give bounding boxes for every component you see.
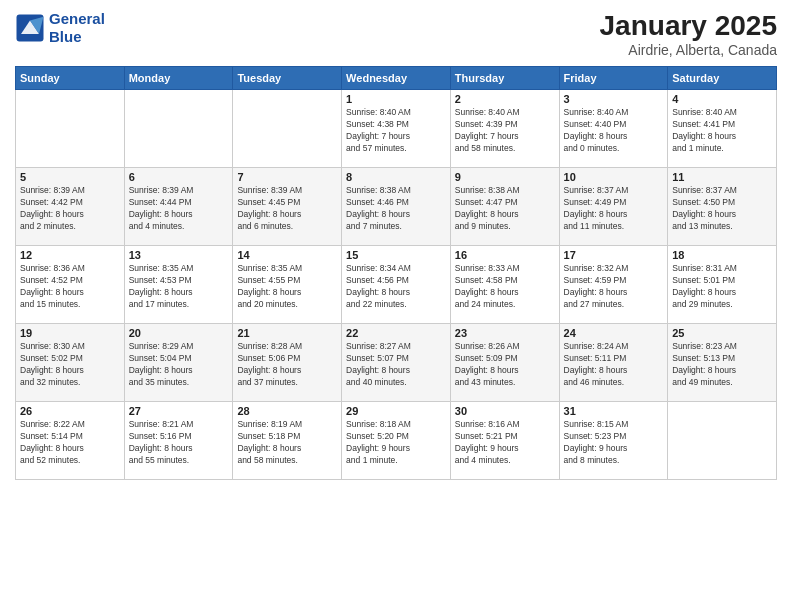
day-number: 9 bbox=[455, 171, 555, 183]
day-info: Sunrise: 8:39 AM Sunset: 4:42 PM Dayligh… bbox=[20, 185, 120, 233]
calendar-cell: 3Sunrise: 8:40 AM Sunset: 4:40 PM Daylig… bbox=[559, 90, 668, 168]
day-info: Sunrise: 8:30 AM Sunset: 5:02 PM Dayligh… bbox=[20, 341, 120, 389]
day-number: 2 bbox=[455, 93, 555, 105]
day-info: Sunrise: 8:27 AM Sunset: 5:07 PM Dayligh… bbox=[346, 341, 446, 389]
day-number: 14 bbox=[237, 249, 337, 261]
calendar-cell: 4Sunrise: 8:40 AM Sunset: 4:41 PM Daylig… bbox=[668, 90, 777, 168]
day-number: 6 bbox=[129, 171, 229, 183]
calendar-cell: 24Sunrise: 8:24 AM Sunset: 5:11 PM Dayli… bbox=[559, 324, 668, 402]
day-info: Sunrise: 8:39 AM Sunset: 4:44 PM Dayligh… bbox=[129, 185, 229, 233]
calendar-cell: 15Sunrise: 8:34 AM Sunset: 4:56 PM Dayli… bbox=[342, 246, 451, 324]
day-number: 30 bbox=[455, 405, 555, 417]
calendar-cell: 30Sunrise: 8:16 AM Sunset: 5:21 PM Dayli… bbox=[450, 402, 559, 480]
calendar-cell: 27Sunrise: 8:21 AM Sunset: 5:16 PM Dayli… bbox=[124, 402, 233, 480]
title-block: January 2025 Airdrie, Alberta, Canada bbox=[600, 10, 777, 58]
page-header: General Blue January 2025 Airdrie, Alber… bbox=[15, 10, 777, 58]
day-info: Sunrise: 8:39 AM Sunset: 4:45 PM Dayligh… bbox=[237, 185, 337, 233]
day-number: 15 bbox=[346, 249, 446, 261]
page-container: General Blue January 2025 Airdrie, Alber… bbox=[0, 0, 792, 490]
calendar-cell: 19Sunrise: 8:30 AM Sunset: 5:02 PM Dayli… bbox=[16, 324, 125, 402]
day-info: Sunrise: 8:38 AM Sunset: 4:47 PM Dayligh… bbox=[455, 185, 555, 233]
day-number: 11 bbox=[672, 171, 772, 183]
day-info: Sunrise: 8:32 AM Sunset: 4:59 PM Dayligh… bbox=[564, 263, 664, 311]
day-number: 23 bbox=[455, 327, 555, 339]
calendar-cell bbox=[124, 90, 233, 168]
calendar-cell: 11Sunrise: 8:37 AM Sunset: 4:50 PM Dayli… bbox=[668, 168, 777, 246]
calendar-week-2: 5Sunrise: 8:39 AM Sunset: 4:42 PM Daylig… bbox=[16, 168, 777, 246]
calendar-cell: 8Sunrise: 8:38 AM Sunset: 4:46 PM Daylig… bbox=[342, 168, 451, 246]
day-number: 20 bbox=[129, 327, 229, 339]
day-number: 24 bbox=[564, 327, 664, 339]
calendar-cell: 18Sunrise: 8:31 AM Sunset: 5:01 PM Dayli… bbox=[668, 246, 777, 324]
day-info: Sunrise: 8:36 AM Sunset: 4:52 PM Dayligh… bbox=[20, 263, 120, 311]
calendar-cell: 21Sunrise: 8:28 AM Sunset: 5:06 PM Dayli… bbox=[233, 324, 342, 402]
day-number: 31 bbox=[564, 405, 664, 417]
day-number: 28 bbox=[237, 405, 337, 417]
day-info: Sunrise: 8:34 AM Sunset: 4:56 PM Dayligh… bbox=[346, 263, 446, 311]
day-number: 13 bbox=[129, 249, 229, 261]
calendar-cell: 1Sunrise: 8:40 AM Sunset: 4:38 PM Daylig… bbox=[342, 90, 451, 168]
day-info: Sunrise: 8:37 AM Sunset: 4:49 PM Dayligh… bbox=[564, 185, 664, 233]
logo: General Blue bbox=[15, 10, 105, 46]
day-number: 19 bbox=[20, 327, 120, 339]
day-number: 10 bbox=[564, 171, 664, 183]
month-title: January 2025 bbox=[600, 10, 777, 42]
calendar-cell: 6Sunrise: 8:39 AM Sunset: 4:44 PM Daylig… bbox=[124, 168, 233, 246]
col-thursday: Thursday bbox=[450, 67, 559, 90]
col-tuesday: Tuesday bbox=[233, 67, 342, 90]
day-number: 21 bbox=[237, 327, 337, 339]
day-number: 25 bbox=[672, 327, 772, 339]
calendar-body: 1Sunrise: 8:40 AM Sunset: 4:38 PM Daylig… bbox=[16, 90, 777, 480]
day-info: Sunrise: 8:24 AM Sunset: 5:11 PM Dayligh… bbox=[564, 341, 664, 389]
day-info: Sunrise: 8:22 AM Sunset: 5:14 PM Dayligh… bbox=[20, 419, 120, 467]
col-saturday: Saturday bbox=[668, 67, 777, 90]
day-info: Sunrise: 8:23 AM Sunset: 5:13 PM Dayligh… bbox=[672, 341, 772, 389]
calendar-cell: 7Sunrise: 8:39 AM Sunset: 4:45 PM Daylig… bbox=[233, 168, 342, 246]
calendar-cell: 13Sunrise: 8:35 AM Sunset: 4:53 PM Dayli… bbox=[124, 246, 233, 324]
day-number: 12 bbox=[20, 249, 120, 261]
day-number: 8 bbox=[346, 171, 446, 183]
logo-icon bbox=[15, 13, 45, 43]
day-info: Sunrise: 8:40 AM Sunset: 4:38 PM Dayligh… bbox=[346, 107, 446, 155]
calendar-cell bbox=[16, 90, 125, 168]
day-number: 27 bbox=[129, 405, 229, 417]
calendar-header-row: Sunday Monday Tuesday Wednesday Thursday… bbox=[16, 67, 777, 90]
col-friday: Friday bbox=[559, 67, 668, 90]
col-sunday: Sunday bbox=[16, 67, 125, 90]
calendar-cell: 10Sunrise: 8:37 AM Sunset: 4:49 PM Dayli… bbox=[559, 168, 668, 246]
day-number: 4 bbox=[672, 93, 772, 105]
day-info: Sunrise: 8:40 AM Sunset: 4:41 PM Dayligh… bbox=[672, 107, 772, 155]
day-info: Sunrise: 8:31 AM Sunset: 5:01 PM Dayligh… bbox=[672, 263, 772, 311]
calendar-cell: 12Sunrise: 8:36 AM Sunset: 4:52 PM Dayli… bbox=[16, 246, 125, 324]
calendar-cell: 9Sunrise: 8:38 AM Sunset: 4:47 PM Daylig… bbox=[450, 168, 559, 246]
day-number: 3 bbox=[564, 93, 664, 105]
calendar-cell: 22Sunrise: 8:27 AM Sunset: 5:07 PM Dayli… bbox=[342, 324, 451, 402]
calendar-week-5: 26Sunrise: 8:22 AM Sunset: 5:14 PM Dayli… bbox=[16, 402, 777, 480]
calendar-week-4: 19Sunrise: 8:30 AM Sunset: 5:02 PM Dayli… bbox=[16, 324, 777, 402]
calendar-cell: 16Sunrise: 8:33 AM Sunset: 4:58 PM Dayli… bbox=[450, 246, 559, 324]
calendar-cell: 20Sunrise: 8:29 AM Sunset: 5:04 PM Dayli… bbox=[124, 324, 233, 402]
calendar-cell: 2Sunrise: 8:40 AM Sunset: 4:39 PM Daylig… bbox=[450, 90, 559, 168]
day-info: Sunrise: 8:33 AM Sunset: 4:58 PM Dayligh… bbox=[455, 263, 555, 311]
day-number: 26 bbox=[20, 405, 120, 417]
calendar-cell: 25Sunrise: 8:23 AM Sunset: 5:13 PM Dayli… bbox=[668, 324, 777, 402]
location-title: Airdrie, Alberta, Canada bbox=[600, 42, 777, 58]
day-info: Sunrise: 8:28 AM Sunset: 5:06 PM Dayligh… bbox=[237, 341, 337, 389]
day-number: 17 bbox=[564, 249, 664, 261]
calendar-cell: 23Sunrise: 8:26 AM Sunset: 5:09 PM Dayli… bbox=[450, 324, 559, 402]
day-number: 1 bbox=[346, 93, 446, 105]
day-info: Sunrise: 8:26 AM Sunset: 5:09 PM Dayligh… bbox=[455, 341, 555, 389]
day-info: Sunrise: 8:18 AM Sunset: 5:20 PM Dayligh… bbox=[346, 419, 446, 467]
day-info: Sunrise: 8:40 AM Sunset: 4:39 PM Dayligh… bbox=[455, 107, 555, 155]
col-wednesday: Wednesday bbox=[342, 67, 451, 90]
calendar-cell: 17Sunrise: 8:32 AM Sunset: 4:59 PM Dayli… bbox=[559, 246, 668, 324]
day-info: Sunrise: 8:35 AM Sunset: 4:55 PM Dayligh… bbox=[237, 263, 337, 311]
calendar-cell: 14Sunrise: 8:35 AM Sunset: 4:55 PM Dayli… bbox=[233, 246, 342, 324]
col-monday: Monday bbox=[124, 67, 233, 90]
calendar-week-3: 12Sunrise: 8:36 AM Sunset: 4:52 PM Dayli… bbox=[16, 246, 777, 324]
day-number: 22 bbox=[346, 327, 446, 339]
calendar-cell: 5Sunrise: 8:39 AM Sunset: 4:42 PM Daylig… bbox=[16, 168, 125, 246]
calendar-table: Sunday Monday Tuesday Wednesday Thursday… bbox=[15, 66, 777, 480]
day-info: Sunrise: 8:29 AM Sunset: 5:04 PM Dayligh… bbox=[129, 341, 229, 389]
calendar-cell: 29Sunrise: 8:18 AM Sunset: 5:20 PM Dayli… bbox=[342, 402, 451, 480]
